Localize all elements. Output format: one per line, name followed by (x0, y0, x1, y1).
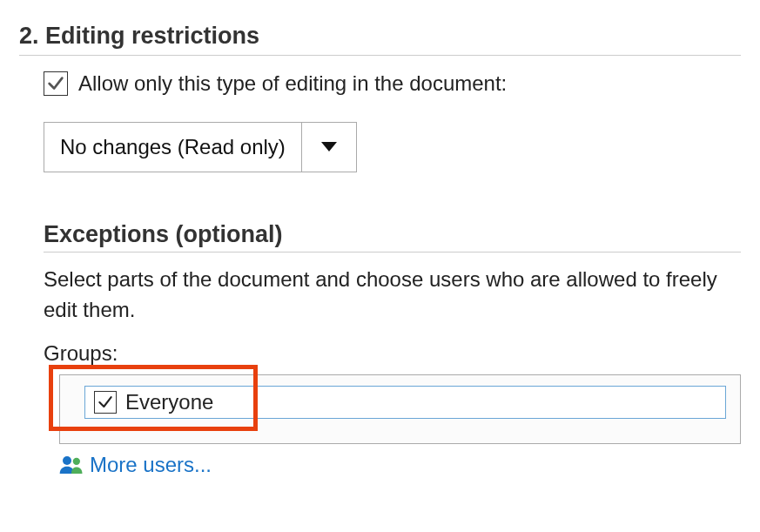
group-everyone-checkbox[interactable] (94, 391, 117, 414)
group-everyone-row[interactable]: Everyone (84, 386, 726, 419)
groups-label: Groups: (44, 341, 741, 366)
divider (19, 55, 741, 56)
groups-listbox[interactable]: Everyone (59, 374, 741, 444)
chevron-down-icon (320, 141, 338, 153)
editing-type-value: No changes (Read only) (44, 123, 302, 172)
more-users-link[interactable]: More users... (58, 453, 212, 477)
checkmark-icon (97, 394, 114, 411)
divider (44, 252, 741, 253)
checkmark-icon (46, 74, 65, 93)
editing-restrictions-heading: 2. Editing restrictions (19, 23, 741, 50)
group-everyone-label: Everyone (125, 390, 213, 414)
svg-point-1 (73, 457, 80, 464)
editing-type-dropdown[interactable]: No changes (Read only) (44, 122, 357, 172)
dropdown-arrow-button[interactable] (302, 123, 356, 172)
allow-editing-checkbox[interactable] (44, 71, 68, 96)
exceptions-description: Select parts of the document and choose … (44, 265, 723, 326)
allow-editing-row: Allow only this type of editing in the d… (44, 71, 741, 96)
exceptions-heading: Exceptions (optional) (44, 221, 741, 248)
more-users-label: More users... (90, 453, 212, 477)
users-icon (58, 455, 84, 475)
allow-editing-label: Allow only this type of editing in the d… (78, 71, 507, 96)
svg-point-0 (63, 456, 71, 465)
